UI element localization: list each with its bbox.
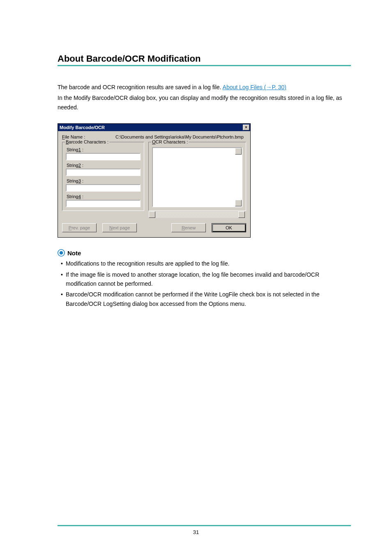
intro-prefix: The barcode and OCR recognition results … (58, 84, 223, 90)
note-item: If the image file is moved to another st… (61, 270, 351, 289)
string3-input[interactable] (66, 184, 141, 192)
string3-label: String3 : (67, 178, 141, 183)
string2-input[interactable] (66, 169, 141, 176)
svg-point-1 (60, 251, 63, 255)
dialog-titlebar: Modify Barcode/OCR × (58, 124, 250, 131)
scroll-down-icon[interactable] (235, 200, 242, 206)
page-number: 31 (0, 529, 392, 535)
next-page-button[interactable]: Next page (102, 223, 137, 232)
footer-rule (58, 525, 351, 526)
filename-value: C:\Documents and Settings\arioka\My Docu… (115, 134, 246, 139)
note-icon (58, 249, 65, 257)
string2-label: String2 : (67, 163, 141, 168)
heading-underline (58, 65, 351, 66)
ocr-textarea[interactable] (152, 147, 242, 207)
ok-button[interactable]: OK (212, 223, 246, 232)
page-title: About Barcode/OCR Modification (58, 53, 351, 64)
string4-input[interactable] (66, 200, 141, 207)
about-log-files-link[interactable]: About Log Files (→P. 30) (223, 84, 286, 90)
scroll-left-icon[interactable] (149, 211, 155, 218)
modify-barcode-ocr-dialog: Modify Barcode/OCR × File Name : C:\Docu… (58, 123, 251, 238)
scroll-right-icon[interactable] (238, 211, 245, 218)
string4-label: String4 : (67, 194, 141, 199)
note-title: Note (67, 250, 81, 257)
note-item: Modifications to the recognition results… (61, 259, 351, 268)
horizontal-scrollbar[interactable] (149, 211, 246, 218)
scroll-up-icon[interactable] (235, 148, 242, 155)
note-list: Modifications to the recognition results… (58, 259, 351, 308)
intro-line2: In the Modify Barcode/OCR dialog box, yo… (58, 93, 351, 112)
ocr-legend: OCR Characters : (151, 139, 189, 144)
barcode-legend: Barcode Characters : (65, 139, 109, 144)
string1-input[interactable] (66, 153, 141, 160)
scroll-track[interactable] (155, 211, 238, 218)
dialog-title: Modify Barcode/OCR (60, 125, 105, 130)
ocr-characters-group: OCR Characters : (148, 142, 246, 211)
close-icon[interactable]: × (243, 125, 249, 130)
renew-button[interactable]: Renew (171, 223, 206, 232)
prev-page-button[interactable]: Prev. page (62, 223, 97, 232)
note-item: Barcode/OCR modification cannot be perfo… (61, 290, 351, 308)
barcode-characters-group: Barcode Characters : String1 : String2 :… (62, 142, 144, 211)
string1-label: String1 : (67, 147, 141, 152)
intro-line1: The barcode and OCR recognition results … (58, 83, 351, 92)
filename-label: File Name : (62, 134, 115, 139)
